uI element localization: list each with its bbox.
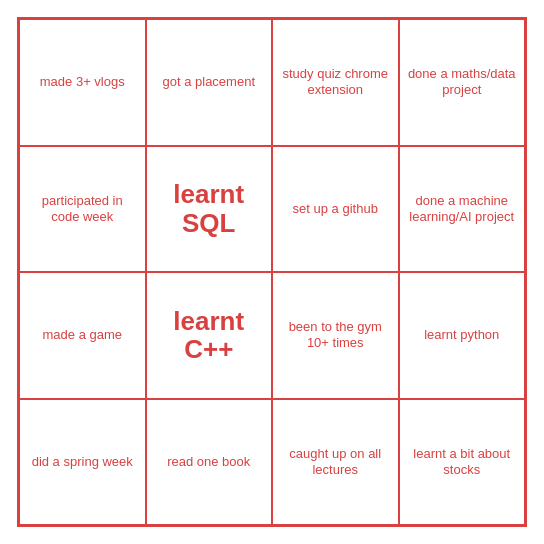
cell-9-text: made a game: [43, 327, 123, 343]
cell-3[interactable]: study quiz chrome extension: [272, 19, 399, 146]
cell-5-text: participated in code week: [26, 193, 139, 226]
cell-15-text: caught up on all lectures: [279, 446, 392, 479]
cell-6-text: learnt SQL: [153, 180, 266, 237]
cell-10[interactable]: learnt C++: [146, 272, 273, 399]
cell-10-text: learnt C++: [153, 307, 266, 364]
cell-11[interactable]: been to the gym 10+ times: [272, 272, 399, 399]
cell-12-text: learnt python: [424, 327, 499, 343]
cell-7-text: set up a github: [293, 201, 378, 217]
cell-5[interactable]: participated in code week: [19, 146, 146, 273]
cell-16-text: learnt a bit about stocks: [406, 446, 519, 479]
cell-1-text: made 3+ vlogs: [40, 74, 125, 90]
cell-3-text: study quiz chrome extension: [279, 66, 392, 99]
cell-13-text: did a spring week: [32, 454, 133, 470]
cell-9[interactable]: made a game: [19, 272, 146, 399]
cell-11-text: been to the gym 10+ times: [279, 319, 392, 352]
cell-4-text: done a maths/data project: [406, 66, 519, 99]
cell-1[interactable]: made 3+ vlogs: [19, 19, 146, 146]
cell-6[interactable]: learnt SQL: [146, 146, 273, 273]
cell-16[interactable]: learnt a bit about stocks: [399, 399, 526, 526]
bingo-board: made 3+ vlogsgot a placementstudy quiz c…: [17, 17, 527, 527]
cell-4[interactable]: done a maths/data project: [399, 19, 526, 146]
cell-8[interactable]: done a machine learning/AI project: [399, 146, 526, 273]
cell-14-text: read one book: [167, 454, 250, 470]
cell-7[interactable]: set up a github: [272, 146, 399, 273]
cell-2[interactable]: got a placement: [146, 19, 273, 146]
cell-15[interactable]: caught up on all lectures: [272, 399, 399, 526]
cell-14[interactable]: read one book: [146, 399, 273, 526]
cell-2-text: got a placement: [162, 74, 255, 90]
cell-13[interactable]: did a spring week: [19, 399, 146, 526]
cell-12[interactable]: learnt python: [399, 272, 526, 399]
cell-8-text: done a machine learning/AI project: [406, 193, 519, 226]
